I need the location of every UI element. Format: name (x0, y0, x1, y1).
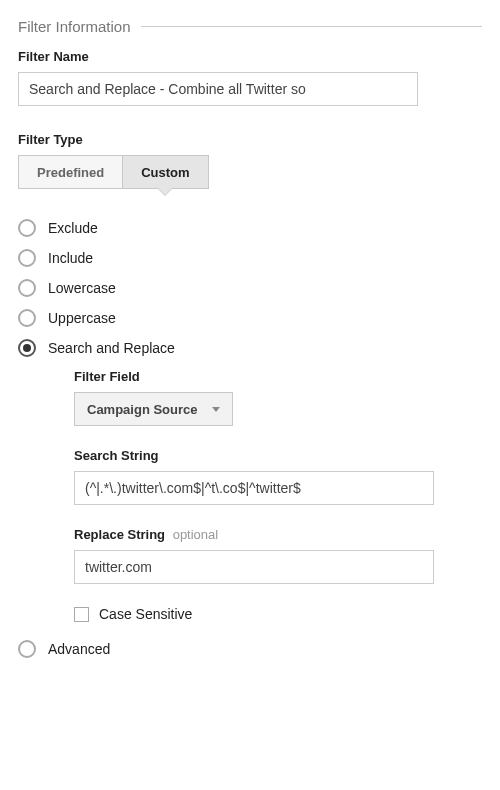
filter-type-tabs: Predefined Custom (18, 155, 482, 189)
filter-type-label: Filter Type (18, 132, 482, 147)
replace-string-optional: optional (173, 527, 219, 542)
radio-exclude-label: Exclude (48, 220, 98, 236)
radio-advanced[interactable]: Advanced (18, 640, 482, 658)
search-string-input[interactable] (74, 471, 434, 505)
radio-lowercase-label: Lowercase (48, 280, 116, 296)
radio-search-and-replace[interactable]: Search and Replace (18, 339, 482, 357)
replace-string-input[interactable] (74, 550, 434, 584)
replace-string-label-text: Replace String (74, 527, 165, 542)
filter-type-block: Filter Type Predefined Custom Exclude In… (18, 132, 482, 658)
tab-custom-label: Custom (141, 165, 189, 180)
checkbox-icon (74, 607, 89, 622)
search-string-label: Search String (74, 448, 482, 463)
filter-field-label: Filter Field (74, 369, 482, 384)
radio-exclude[interactable]: Exclude (18, 219, 482, 237)
radio-uppercase[interactable]: Uppercase (18, 309, 482, 327)
tab-custom[interactable]: Custom (123, 155, 208, 189)
radio-icon (18, 249, 36, 267)
radio-advanced-label: Advanced (48, 641, 110, 657)
radio-icon (18, 339, 36, 357)
radio-icon (18, 279, 36, 297)
case-sensitive-checkbox-row[interactable]: Case Sensitive (74, 606, 482, 622)
filter-name-block: Filter Name (18, 49, 482, 106)
case-sensitive-label: Case Sensitive (99, 606, 192, 622)
section-header: Filter Information (18, 18, 482, 35)
tab-predefined[interactable]: Predefined (18, 155, 123, 189)
search-and-replace-panel: Filter Field Campaign Source Search Stri… (74, 369, 482, 622)
filter-name-input[interactable] (18, 72, 418, 106)
filter-field-dropdown[interactable]: Campaign Source (74, 392, 233, 426)
radio-uppercase-label: Uppercase (48, 310, 116, 326)
filter-field-block: Filter Field Campaign Source (74, 369, 482, 426)
tab-predefined-label: Predefined (37, 165, 104, 180)
replace-string-label: Replace String optional (74, 527, 482, 542)
radio-include-label: Include (48, 250, 93, 266)
radio-icon (18, 640, 36, 658)
caret-down-icon (212, 407, 220, 412)
radio-icon (18, 219, 36, 237)
divider (141, 26, 482, 27)
search-string-block: Search String (74, 448, 482, 505)
section-title: Filter Information (18, 18, 141, 35)
replace-string-block: Replace String optional (74, 527, 482, 584)
radio-lowercase[interactable]: Lowercase (18, 279, 482, 297)
radio-search-and-replace-label: Search and Replace (48, 340, 175, 356)
custom-filter-radio-list: Exclude Include Lowercase Uppercase Sear… (18, 219, 482, 658)
filter-field-value: Campaign Source (87, 402, 198, 417)
radio-icon (18, 309, 36, 327)
filter-name-label: Filter Name (18, 49, 482, 64)
radio-include[interactable]: Include (18, 249, 482, 267)
